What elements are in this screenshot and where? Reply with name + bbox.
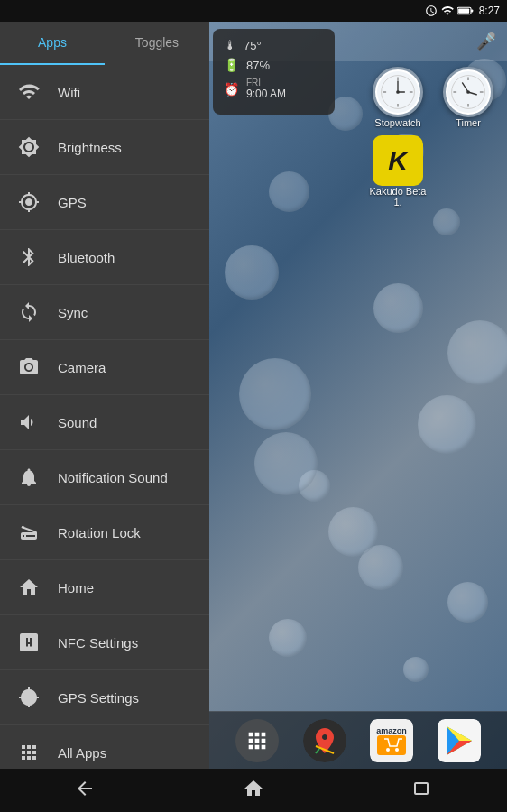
right-panel: 🎤 🌡 75° 🔋 87% ⏰ FRI 9:00 AM: [209, 22, 507, 769]
sound-menu-icon: [14, 408, 43, 437]
nfc-settings-menu-icon: [14, 628, 43, 657]
app-icon-timer[interactable]: Timer: [437, 67, 500, 128]
svg-point-25: [386, 748, 390, 752]
app-icons-grid: Stopwatch: [366, 67, 500, 208]
svg-point-10: [396, 90, 400, 94]
status-bar: 8:27: [0, 0, 507, 22]
temperature-row: 🌡 75°: [224, 38, 324, 52]
menu-list: Wifi Brightness GPS Blu: [0, 65, 209, 769]
widget-card: 🌡 75° 🔋 87% ⏰ FRI 9:00 AM: [213, 29, 335, 115]
dock-play-store[interactable]: [438, 719, 481, 762]
kakudo-label: Kakudo Beta 1.: [366, 186, 429, 208]
sync-menu-icon: [14, 298, 43, 327]
menu-item-wifi[interactable]: Wifi: [0, 65, 209, 120]
menu-item-brightness[interactable]: Brightness: [0, 120, 209, 175]
brightness-menu-icon: [14, 133, 43, 161]
stopwatch-label: Stopwatch: [374, 117, 420, 128]
widget-day: FRI: [246, 78, 286, 88]
menu-item-gps[interactable]: GPS: [0, 175, 209, 230]
main-layout: Apps Toggles Wifi Brightness: [0, 22, 507, 769]
svg-rect-1: [471, 10, 473, 13]
menu-item-rotation-lock[interactable]: Rotation Lock: [0, 505, 209, 560]
temperature-value: 75°: [244, 39, 262, 52]
svg-rect-32: [415, 783, 428, 794]
app-icon-stopwatch[interactable]: Stopwatch: [366, 67, 429, 128]
widget-time: 9:00 AM: [246, 88, 286, 100]
tabs-bar: Apps Toggles: [0, 22, 209, 65]
home-menu-icon: [14, 573, 43, 602]
svg-text:amazon: amazon: [376, 726, 407, 735]
menu-item-bluetooth[interactable]: Bluetooth: [0, 230, 209, 285]
battery-widget-icon: 🔋: [224, 58, 239, 72]
app-icon-kakudo[interactable]: K Kakudo Beta 1.: [366, 135, 429, 208]
menu-item-camera[interactable]: Camera: [0, 340, 209, 395]
time-display: 8:27: [479, 5, 500, 17]
battery-row: 🔋 87%: [224, 58, 324, 72]
menu-item-notification-sound[interactable]: Notification Sound: [0, 450, 209, 505]
left-panel: Apps Toggles Wifi Brightness: [0, 22, 209, 769]
svg-point-18: [466, 90, 470, 94]
camera-menu-icon: [14, 353, 43, 382]
svg-point-26: [395, 748, 399, 752]
battery-icon: [457, 5, 474, 16]
svg-rect-2: [458, 8, 469, 13]
battery-value: 87%: [246, 59, 270, 72]
all-apps-menu-icon: [14, 738, 43, 767]
menu-item-all-apps[interactable]: All Apps: [0, 725, 209, 769]
time-row: ⏰ FRI 9:00 AM: [224, 78, 324, 100]
home-button[interactable]: [221, 770, 286, 811]
tab-apps[interactable]: Apps: [0, 22, 105, 65]
menu-item-home[interactable]: Home: [0, 560, 209, 615]
nav-bar: [0, 769, 507, 812]
menu-item-sound[interactable]: Sound: [0, 395, 209, 450]
menu-item-nfc-settings[interactable]: NFC Settings: [0, 615, 209, 670]
notification-sound-menu-icon: [14, 463, 43, 492]
wifi-icon: [441, 5, 454, 17]
rotation-lock-menu-icon: [14, 518, 43, 547]
dock-maps[interactable]: [303, 719, 346, 762]
dock-amazon[interactable]: amazon: [370, 719, 413, 762]
back-button[interactable]: [52, 770, 117, 811]
kakudo-icon: K: [373, 135, 423, 186]
dock: amazon: [209, 711, 507, 769]
gps-settings-menu-icon: [14, 683, 43, 712]
gps-menu-icon: [14, 188, 43, 217]
wifi-menu-icon: [14, 78, 43, 106]
alarm-icon: [425, 5, 438, 17]
bluetooth-menu-icon: [14, 243, 43, 272]
temperature-icon: 🌡: [224, 38, 236, 52]
dock-launcher[interactable]: [235, 719, 279, 762]
clock-widget-icon: ⏰: [224, 82, 239, 97]
recents-button[interactable]: [390, 770, 455, 811]
menu-item-sync[interactable]: Sync: [0, 285, 209, 340]
tab-toggles[interactable]: Toggles: [105, 22, 209, 65]
microphone-icon[interactable]: 🎤: [476, 32, 496, 51]
timer-label: Timer: [456, 117, 481, 128]
status-icons: 8:27: [425, 5, 500, 17]
menu-item-gps-settings[interactable]: GPS Settings: [0, 670, 209, 725]
